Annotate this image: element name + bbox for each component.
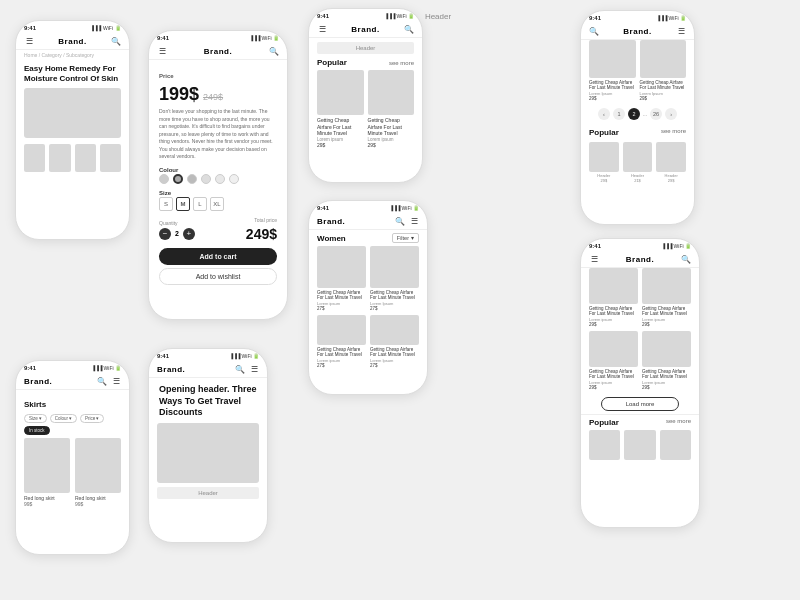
qty-plus[interactable]: + bbox=[183, 228, 195, 240]
menu-icon-2[interactable]: ☰ bbox=[157, 46, 167, 56]
product-description: Don't leave your shopping to the last mi… bbox=[149, 108, 287, 165]
color-option-4[interactable] bbox=[201, 174, 211, 184]
list-item: Red long skirt 99$ bbox=[75, 438, 121, 507]
list-item: Getting Cheap Airfare For Last Minute Tr… bbox=[317, 315, 366, 368]
brand-2: Brand. bbox=[204, 47, 232, 56]
search-icon-6[interactable]: 🔍 bbox=[235, 364, 245, 374]
menu-icon-1[interactable]: ☰ bbox=[24, 36, 34, 46]
status-icons-2: ▐▐▐ WiFi 🔋 bbox=[250, 35, 279, 41]
art-price-5d: 27$ bbox=[370, 363, 419, 368]
menu-icon-8[interactable]: ☰ bbox=[589, 254, 599, 264]
search-icon-1[interactable]: 🔍 bbox=[111, 36, 121, 46]
filter-button[interactable]: Filter ▾ bbox=[392, 233, 419, 243]
size-l[interactable]: L bbox=[193, 197, 207, 211]
colour-label: Colour bbox=[149, 165, 287, 174]
search-icon-2[interactable]: 🔍 bbox=[269, 46, 279, 56]
skirts-title: Skirts bbox=[24, 400, 46, 409]
nav-bar-4: 🔍 Brand. ☰ bbox=[581, 23, 694, 40]
size-s[interactable]: S bbox=[159, 197, 173, 211]
brand-5: Brand. bbox=[317, 217, 345, 226]
menu-icon-5[interactable]: ☰ bbox=[409, 216, 419, 226]
thumb-2 bbox=[49, 144, 70, 172]
qty-minus[interactable]: − bbox=[159, 228, 171, 240]
page-26-button[interactable]: 26 bbox=[650, 108, 662, 120]
top-header-label: Header bbox=[308, 12, 568, 21]
size-m[interactable]: M bbox=[176, 197, 190, 211]
pop-image-4c bbox=[656, 142, 686, 172]
nav-bar-3: ☰ Brand. 🔍 bbox=[309, 21, 422, 38]
load-more-button[interactable]: Load more bbox=[601, 397, 679, 411]
footer-label-text: Header bbox=[198, 490, 218, 496]
search-icon-8[interactable]: 🔍 bbox=[681, 254, 691, 264]
header-top-text: Header bbox=[425, 12, 451, 21]
list-item: Getting Cheap Airfare For Last Minute Tr… bbox=[589, 268, 638, 327]
product-price-7a: 99$ bbox=[24, 501, 70, 507]
pop-image-4a bbox=[589, 142, 619, 172]
popular-section-4: Popular see more Header29$ Header21$ Hea… bbox=[581, 124, 694, 185]
price-main: 199$ bbox=[159, 84, 199, 105]
size-row: S M L XL bbox=[149, 197, 287, 215]
list-item: Getting Cheap Airfare For Last Minute Tr… bbox=[642, 331, 691, 390]
add-to-cart-button[interactable]: Add to cart bbox=[159, 248, 277, 265]
search-icon-4[interactable]: 🔍 bbox=[589, 26, 599, 36]
footer-label-6: Header bbox=[157, 487, 259, 499]
blog-title-4a: Getting Cheap Airfare For Last Minute Tr… bbox=[589, 80, 636, 91]
color-option-6[interactable] bbox=[229, 174, 239, 184]
chip-chevron-3: ▾ bbox=[96, 416, 99, 421]
a-price-8c: 29$ bbox=[589, 385, 638, 390]
a-price-8d: 29$ bbox=[642, 385, 691, 390]
card-title-3b: Getting Cheap Airfare For Last Minute Tr… bbox=[368, 117, 415, 137]
prev-page-button[interactable]: ‹ bbox=[598, 108, 610, 120]
women-row: Women Filter ▾ bbox=[309, 230, 427, 246]
page-2-button[interactable]: 2 bbox=[628, 108, 640, 120]
status-bar-2: 9:41 ▐▐▐ WiFi 🔋 bbox=[149, 31, 287, 43]
nav-bar-5: Brand. 🔍 ☰ bbox=[309, 213, 427, 230]
next-page-button[interactable]: › bbox=[665, 108, 677, 120]
filter-label: Filter bbox=[397, 235, 409, 241]
card-grid-3: Getting Cheap Airfare For Last Minute Tr… bbox=[309, 70, 422, 152]
chip-chevron-2: ▾ bbox=[69, 416, 72, 421]
filter-instock[interactable]: In stock bbox=[24, 426, 50, 435]
add-to-wishlist-button[interactable]: Add to wishlist bbox=[159, 268, 277, 285]
page-1-button[interactable]: 1 bbox=[613, 108, 625, 120]
a-title-8a: Getting Cheap Airfare For Last Minute Tr… bbox=[589, 306, 638, 317]
qty-value: 2 bbox=[175, 230, 179, 237]
see-more-4[interactable]: see more bbox=[661, 128, 686, 137]
price-old: 249$ bbox=[203, 92, 223, 102]
search-icon-7[interactable]: 🔍 bbox=[97, 376, 107, 386]
search-icon-5[interactable]: 🔍 bbox=[395, 216, 405, 226]
color-option-3[interactable] bbox=[187, 174, 197, 184]
status-icons-6: ▐▐▐ WiFi 🔋 bbox=[230, 353, 259, 359]
list-item: Getting Cheap Airfare For Last Minute Tr… bbox=[317, 70, 364, 148]
canvas: 9:41 ▐▐▐ WiFi 🔋 ☰ Brand. 🔍 Home / Catego… bbox=[0, 0, 800, 600]
menu-icon-4[interactable]: ☰ bbox=[676, 26, 686, 36]
menu-icon-3[interactable]: ☰ bbox=[317, 24, 327, 34]
list-item: Getting Cheap Airfare For Last Minute Tr… bbox=[368, 70, 415, 148]
list-item: Getting Cheap Airfare For Last Minute Tr… bbox=[589, 331, 638, 390]
list-item: Header29$ bbox=[656, 142, 686, 183]
filter-price[interactable]: Price ▾ bbox=[80, 414, 104, 423]
popular-header-8: Popular see more bbox=[589, 418, 691, 427]
art-title-5a: Getting Cheap Airfare For Last Minute Tr… bbox=[317, 290, 366, 301]
filter-size[interactable]: Size ▾ bbox=[24, 414, 47, 423]
see-more-3[interactable]: see more bbox=[389, 60, 414, 66]
filter-colour[interactable]: Colour ▾ bbox=[50, 414, 77, 423]
blog-title-4b: Getting Cheap Airfare For Last Minute Tr… bbox=[640, 80, 687, 91]
color-option-1[interactable] bbox=[159, 174, 169, 184]
thumbnail-row-1 bbox=[16, 144, 129, 172]
menu-icon-7[interactable]: ☰ bbox=[111, 376, 121, 386]
nav-bar-8: ☰ Brand. 🔍 bbox=[581, 251, 699, 268]
pagination: ‹ 1 2 ... 26 › bbox=[581, 104, 694, 124]
art-image-5d bbox=[370, 315, 419, 345]
brand-3: Brand. bbox=[351, 25, 379, 34]
color-option-2[interactable] bbox=[173, 174, 183, 184]
color-option-5[interactable] bbox=[215, 174, 225, 184]
menu-icon-6[interactable]: ☰ bbox=[249, 364, 259, 374]
search-icon-3[interactable]: 🔍 bbox=[404, 24, 414, 34]
see-more-8[interactable]: see more bbox=[666, 418, 691, 427]
nav-bar-6: Brand. 🔍 ☰ bbox=[149, 361, 267, 378]
size-xl[interactable]: XL bbox=[210, 197, 224, 211]
status-icons-1: ▐▐▐ WiFi 🔋 bbox=[90, 25, 121, 31]
nav-bar-1: ☰ Brand. 🔍 bbox=[16, 33, 129, 50]
list-item: Getting Cheap Airfare For Last Minute Tr… bbox=[642, 268, 691, 327]
